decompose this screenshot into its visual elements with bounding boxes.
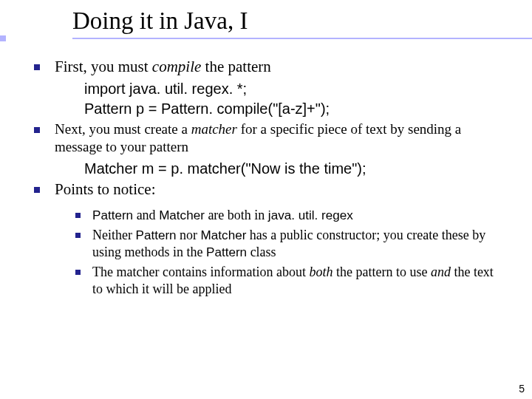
text: the pattern (201, 58, 270, 75)
sub-text: Neither Pattern nor Matcher has a public… (92, 227, 502, 261)
bullet-text: Points to notice: (55, 180, 502, 200)
emph: both (309, 265, 332, 279)
bullet-points: Points to notice: (34, 180, 502, 200)
bullet-icon (34, 127, 40, 133)
page-number: 5 (519, 383, 525, 395)
sub-bullets: Pattern and Matcher are both in java. ut… (75, 207, 502, 298)
slide: Doing it in Java, I First, you must comp… (0, 0, 532, 399)
emph: matcher (191, 121, 237, 137)
text: and (133, 208, 159, 222)
bullet-icon (75, 213, 81, 218)
bullet-matcher: Next, you must create a matcher for a sp… (34, 120, 502, 157)
sub-bullet: Neither Pattern nor Matcher has a public… (75, 227, 502, 261)
text: Next, you must create a (55, 121, 191, 137)
code-span: Matcher (159, 208, 205, 222)
code-span: Pattern (135, 228, 176, 242)
code-line: Pattern p = Pattern. compile("[a-z]+"); (84, 100, 502, 119)
text: nor (177, 228, 201, 242)
text: are both in (205, 208, 268, 222)
text: Neither (92, 228, 135, 242)
bullet-icon (75, 270, 81, 275)
code-span: java. util. regex (268, 208, 353, 222)
bullet-icon (75, 233, 81, 238)
text: The matcher contains information about (92, 265, 309, 279)
sub-bullet: Pattern and Matcher are both in java. ut… (75, 207, 502, 224)
sub-text: The matcher contains information about b… (92, 264, 502, 298)
slide-content: First, you must compile the pattern impo… (34, 57, 502, 298)
code-span: Matcher (201, 228, 247, 242)
bullet-icon (34, 187, 40, 193)
text: First, you must (55, 58, 152, 75)
sub-bullet: The matcher contains information about b… (75, 264, 502, 298)
text: the pattern to use (332, 265, 430, 279)
emph: and (431, 265, 451, 279)
code-span: Pattern (206, 245, 247, 259)
text: class (247, 245, 276, 259)
code-line: import java. util. regex. *; (84, 80, 502, 99)
code-line: Matcher m = p. matcher("Now is the time"… (84, 160, 502, 179)
bullet-text: Next, you must create a matcher for a sp… (55, 120, 502, 157)
bullet-text: First, you must compile the pattern (55, 57, 502, 77)
slide-title: Doing it in Java, I (72, 7, 502, 36)
bullet-icon (34, 64, 40, 70)
code-span: Pattern (92, 208, 133, 222)
bullet-compile: First, you must compile the pattern (34, 57, 502, 77)
emph: compile (152, 58, 201, 75)
sub-text: Pattern and Matcher are both in java. ut… (92, 207, 502, 224)
